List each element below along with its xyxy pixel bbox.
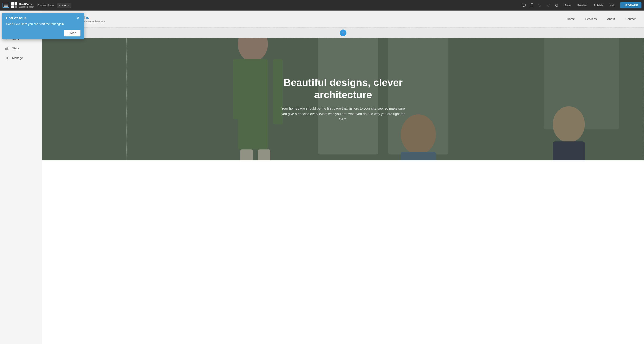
hero-section: Beautiful designs, clever architecture Y… (42, 38, 644, 160)
svg-point-11 (6, 40, 7, 40)
svg-point-16 (6, 57, 8, 58)
desktop-view-button[interactable] (521, 3, 526, 8)
chevron-down-icon: ▼ (67, 4, 69, 6)
column-guide-left (126, 38, 127, 160)
website-preview: Vision Archs Beautiful designs, clever a… (42, 10, 644, 344)
logo-text: HostGator Website Builder (19, 2, 34, 8)
help-button[interactable]: Help (608, 3, 617, 8)
hero-content: Beautiful designs, clever architecture Y… (269, 68, 417, 130)
svg-rect-14 (7, 48, 8, 50)
add-section-row: + (42, 28, 644, 38)
tour-popup-header: End of tour ✕ (6, 16, 80, 20)
svg-point-4 (532, 6, 532, 7)
preview-button[interactable]: Preview (576, 3, 589, 8)
redo-button[interactable] (546, 3, 551, 8)
tour-close-button[interactable]: Close (64, 30, 80, 36)
nav-item-home[interactable]: Home (567, 17, 575, 21)
tour-popup-footer: Close (6, 30, 80, 36)
page-select-dropdown[interactable]: Home ▼ (57, 3, 71, 8)
nav-item-about[interactable]: About (607, 17, 615, 21)
top-bar: HostGator Website Builder Current Page: … (0, 0, 644, 10)
sidebar-label-stats: Stats (12, 46, 19, 50)
svg-rect-0 (522, 4, 525, 6)
nav-item-contact[interactable]: Contact (626, 17, 636, 21)
bar-chart-icon (5, 46, 9, 50)
current-page-label: Current Page: (38, 4, 54, 7)
menu-toggle-button[interactable] (2, 3, 9, 8)
hero-subtitle: Your homepage should be the first page t… (280, 106, 406, 122)
tour-popup-title: End of tour (6, 16, 26, 20)
tour-popup-body: Good luck! Here you can start the tour a… (6, 22, 80, 26)
nav-item-services[interactable]: Services (585, 17, 596, 21)
add-section-button[interactable]: + (340, 30, 346, 36)
top-bar-actions: Save Preview Publish Help UPGRADE (521, 2, 642, 8)
svg-point-12 (8, 40, 8, 40)
upgrade-button[interactable]: UPGRADE (620, 2, 642, 8)
gear-icon (5, 56, 9, 60)
logo-title: HostGator (19, 2, 34, 6)
tour-popup-close-button[interactable]: ✕ (76, 16, 80, 20)
main-layout: Design Blog Store Stats Manage (0, 10, 644, 344)
sidebar-item-manage[interactable]: Manage (0, 53, 42, 63)
sidebar-item-stats[interactable]: Stats (0, 44, 42, 53)
website-nav: Home Services About Contact (567, 17, 636, 21)
hero-title: Beautiful designs, clever architecture (274, 76, 412, 101)
logo-subtitle: Website Builder (19, 6, 34, 8)
undo-button[interactable] (537, 3, 542, 8)
sidebar-label-manage: Manage (12, 56, 23, 60)
publish-button[interactable]: Publish (592, 3, 604, 8)
website-header: Vision Archs Beautiful designs, clever a… (42, 10, 644, 28)
save-button[interactable]: Save (563, 3, 572, 8)
svg-rect-13 (6, 48, 6, 50)
top-bar-left: HostGator Website Builder Current Page: … (2, 2, 71, 8)
canvas-area: Vision Archs Beautiful designs, clever a… (42, 10, 644, 344)
page-select-value: Home (58, 4, 66, 7)
history-button[interactable] (554, 3, 559, 8)
svg-rect-15 (8, 47, 9, 50)
logo-grid-icon (12, 2, 17, 8)
mobile-view-button[interactable] (530, 2, 534, 8)
logo-area: HostGator Website Builder (12, 2, 34, 8)
tour-popup: End of tour ✕ Good luck! Here you can st… (2, 13, 84, 40)
sidebar: Design Blog Store Stats Manage (0, 10, 42, 344)
